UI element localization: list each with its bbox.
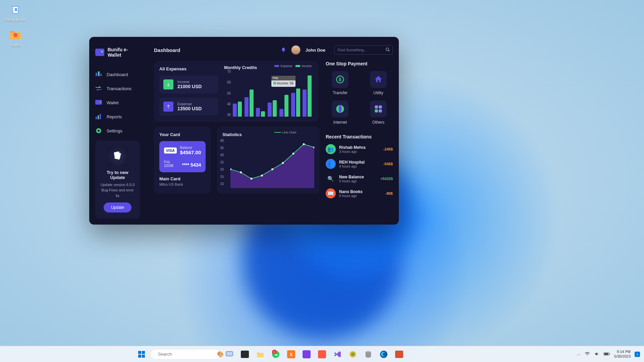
bank-label: Mitra US Bank (159, 182, 206, 186)
expenses-title: All Expenses (159, 66, 218, 71)
tray-chevron-icon[interactable]: ︿ (577, 352, 581, 357)
brand-label: Bunifu e-Wallet (108, 47, 140, 58)
tooltip-value: Income: 56 (277, 81, 293, 85)
app-spiral-button[interactable] (346, 348, 360, 361)
pay-others[interactable]: Others (364, 101, 393, 125)
credit-card[interactable]: VISA Balance $4567.00 Exp 12/26 **** 543… (159, 141, 206, 172)
update-illustration-icon (108, 146, 128, 167)
svg-point-45 (351, 352, 355, 356)
transaction-amount: -245$ (383, 147, 393, 151)
nav-transactions[interactable]: Transactions (95, 85, 140, 92)
svg-point-17 (261, 175, 263, 177)
bar-legend: Expense Income (274, 64, 312, 68)
main-area: Dashboard John Doe All Expenses (146, 37, 399, 225)
desktop-icon-recycle-bin[interactable]: Recycle Bin (3, 2, 28, 22)
svg-rect-50 (604, 353, 608, 355)
user-name: John Doe (306, 48, 325, 53)
svg-text:X: X (290, 352, 293, 357)
legend-income: Income (302, 64, 312, 68)
nav: Dashboard Transactions Wallet Reports Se… (95, 71, 140, 134)
transaction-row[interactable]: 📖 Nano Books 8 hours ago -80$ (326, 188, 393, 198)
nav-settings[interactable]: Settings (95, 127, 140, 134)
search-icon[interactable] (385, 47, 390, 53)
nav-label: Transactions (107, 86, 131, 91)
bell-icon[interactable] (281, 47, 286, 53)
clock[interactable]: 9:14 PM 5/30/2023 (614, 350, 631, 358)
wifi-icon[interactable] (585, 352, 590, 357)
nav-label: Dashboard (107, 72, 128, 77)
transaction-row[interactable]: 🔍 New Balance 5 hours ago +5432$ (326, 174, 393, 184)
whatsapp-button[interactable]: 1 (269, 348, 282, 361)
bar-yaxis: 7060504030 (224, 70, 231, 117)
transfer-icon: $ (332, 71, 348, 88)
database-button[interactable] (362, 348, 375, 361)
update-panel: Try to new Update Update version 6.5.0 B… (95, 140, 140, 219)
visual-studio-button[interactable] (331, 348, 344, 361)
transaction-time: 5 hours ago (339, 179, 377, 183)
update-button[interactable]: Update (104, 202, 131, 213)
nav-dashboard[interactable]: Dashboard (95, 71, 140, 78)
others-icon (370, 101, 387, 117)
start-button[interactable] (135, 348, 148, 361)
nav-wallet[interactable]: Wallet (95, 99, 140, 106)
onestop-grid: $ Transfer Utility Internet Others (326, 71, 393, 125)
taskbar-search[interactable]: 🎨 (150, 349, 221, 360)
transaction-row[interactable]: 👥 Rishab Mehra 3 hours ago -245$ (326, 144, 393, 154)
taskbar-app-1[interactable] (238, 348, 252, 361)
your-card-panel: Your Card VISA Balance $4567.00 Exp 12/2… (154, 127, 211, 193)
svg-rect-51 (609, 353, 610, 354)
main-card-label: Main Card (159, 176, 206, 181)
svg-rect-34 (142, 355, 145, 358)
income-value: 21000 USD (177, 84, 202, 89)
line-legend: Line Chart (274, 131, 297, 134)
svg-point-16 (251, 178, 253, 180)
xampp-button[interactable]: X (284, 348, 298, 361)
svg-rect-38 (241, 351, 249, 358)
svg-point-19 (282, 162, 284, 164)
app-orange-button[interactable] (315, 348, 329, 361)
search-input[interactable] (334, 45, 393, 55)
svg-point-21 (303, 143, 305, 145)
transaction-row[interactable]: 👥 REH Hospital 4 hours ago -545$ (326, 159, 393, 169)
nav-label: Settings (107, 128, 122, 133)
pay-transfer[interactable]: $ Transfer (326, 71, 355, 95)
desktop-icon-icons[interactable]: Icons (3, 27, 28, 48)
recent-title: Recent Transactions (326, 134, 393, 139)
nav-reports[interactable]: Reports (95, 113, 140, 120)
tooltip-title: may (271, 76, 296, 80)
expense-card[interactable]: Expense 13500 USD (159, 98, 218, 116)
notification-badge[interactable]: 1 (635, 352, 640, 357)
taskbar: 🎨 1 X ︿ 9:14 PM 5/30/2023 1 (0, 346, 644, 362)
svg-rect-8 (100, 114, 101, 119)
svg-rect-42 (303, 350, 311, 358)
pay-utility[interactable]: Utility (364, 71, 393, 95)
ewallet-window: Bunifu e-Wallet Dashboard Transactions W… (89, 37, 399, 225)
transaction-amount: +5432$ (380, 177, 393, 181)
income-card[interactable]: Income 21000 USD (159, 75, 218, 94)
pay-label: Utility (364, 90, 393, 95)
volume-icon[interactable] (594, 352, 599, 357)
utility-icon (370, 71, 387, 88)
powerpoint-button[interactable] (392, 348, 406, 361)
transaction-amount: -545$ (383, 162, 393, 166)
file-explorer-button[interactable] (254, 348, 267, 361)
onestop-title: One Stop Payment (326, 61, 393, 66)
taskbar-search-input[interactable] (158, 352, 214, 357)
topbar: Dashboard John Doe (154, 45, 393, 55)
transaction-amount: -80$ (385, 191, 393, 195)
expense-label: Expense (177, 102, 202, 106)
pay-internet[interactable]: Internet (326, 101, 355, 125)
update-line1: Update version 6.5.0 (99, 182, 136, 188)
transactions-list: 👥 Rishab Mehra 3 hours ago -245$👥 REH Ho… (326, 144, 393, 198)
desktop-icon-label: Icons (3, 43, 28, 48)
phpstorm-button[interactable] (300, 348, 313, 361)
svg-point-20 (292, 153, 294, 155)
pay-label: Others (364, 120, 393, 125)
taskview-button[interactable] (223, 348, 236, 361)
exp-label: Exp (164, 160, 173, 164)
edge-button[interactable] (377, 348, 390, 361)
brand[interactable]: Bunifu e-Wallet (95, 47, 140, 58)
update-title: Try to new Update (99, 170, 136, 180)
battery-icon[interactable] (603, 352, 610, 357)
avatar[interactable] (291, 45, 301, 55)
